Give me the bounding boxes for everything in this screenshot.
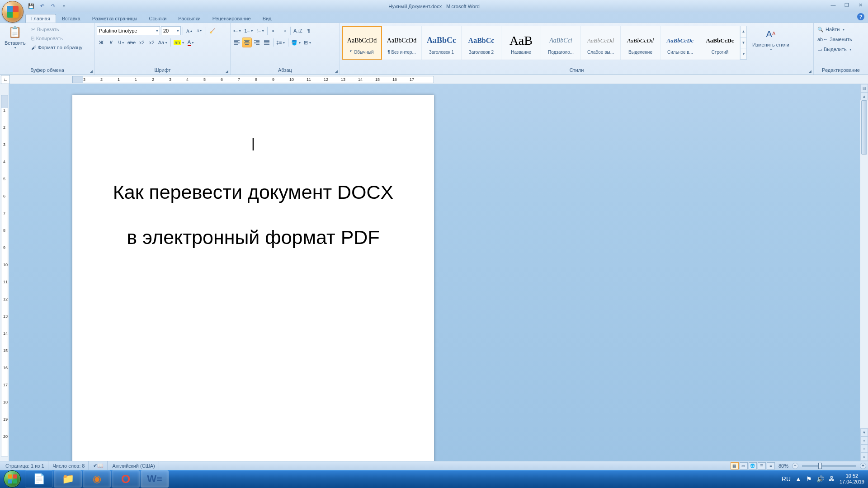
style-item-4[interactable]: АаВНазвание [501, 26, 541, 60]
tab-view[interactable]: Вид [257, 14, 278, 23]
office-button[interactable] [2, 1, 24, 23]
italic-button[interactable]: К [107, 38, 116, 47]
numbering-button[interactable]: 1≡▼ [243, 26, 254, 35]
paste-button[interactable]: 📋 Вставить ▼ [2, 24, 28, 51]
style-item-1[interactable]: AaBbCcDd¶ Без интер... [382, 26, 422, 60]
tab-mailings[interactable]: Рассылки [172, 14, 206, 23]
horizontal-ruler[interactable]: ∟ 3211234567891011121314151617 [0, 75, 868, 84]
style-item-5[interactable]: AaBbCciПодзаголо... [541, 26, 581, 60]
cut-button[interactable]: ✂Вырезать [29, 25, 85, 34]
status-language[interactable]: Английский (США) [108, 461, 159, 470]
tray-network-icon[interactable]: 🖧 [829, 475, 835, 483]
prev-page-button[interactable]: « [860, 436, 868, 445]
style-item-9[interactable]: AaBbCcDcСтрогий [700, 26, 740, 60]
decrease-indent-button[interactable]: ⇤ [269, 26, 278, 35]
task-explorer[interactable]: 📁 [54, 470, 82, 488]
font-launcher[interactable]: ◢ [224, 69, 229, 74]
restore-button[interactable]: ❐ [841, 1, 853, 9]
scroll-down-button[interactable]: ▼ [860, 428, 868, 436]
find-button[interactable]: 🔍Найти▼ [816, 25, 847, 34]
clear-formatting-button[interactable]: 🧹 [208, 26, 217, 35]
font-color-button[interactable]: A▼ [186, 38, 195, 47]
justify-button[interactable] [262, 38, 271, 47]
styles-launcher[interactable]: ◢ [807, 69, 812, 74]
bold-button[interactable]: Ж [97, 38, 106, 47]
format-painter-button[interactable]: 🖌Формат по образцу [29, 43, 85, 52]
bullets-button[interactable]: •≡▼ [232, 26, 242, 35]
zoom-in-button[interactable]: + [860, 463, 866, 469]
view-outline[interactable]: ≣ [758, 462, 766, 469]
view-print-layout[interactable]: ▦ [731, 462, 739, 469]
tray-clock[interactable]: 10:52 17.04.2019 [840, 473, 864, 485]
style-item-8[interactable]: AaBbCcDcСильное в... [660, 26, 700, 60]
task-opera[interactable]: O [112, 470, 140, 488]
view-full-screen[interactable]: ▭ [740, 462, 748, 469]
scroll-thumb[interactable] [861, 100, 867, 155]
increase-indent-button[interactable]: ⇥ [279, 26, 288, 35]
shrink-font-button[interactable]: A▼ [195, 26, 204, 35]
replace-button[interactable]: ab↔Заменить [816, 35, 854, 44]
qat-customize-icon[interactable]: ▼ [60, 2, 68, 10]
page[interactable]: | Как перевести документ DOCX в электрон… [72, 95, 434, 461]
tab-page-layout[interactable]: Разметка страницы [86, 14, 143, 23]
browse-object-button[interactable]: ○ [860, 445, 868, 453]
align-center-button[interactable] [242, 38, 251, 47]
show-marks-button[interactable]: ¶ [304, 26, 313, 35]
close-button[interactable]: ✕ [854, 1, 866, 9]
styles-scroll-up[interactable]: ▲ [741, 26, 746, 38]
tab-review[interactable]: Рецензирование [207, 14, 257, 23]
scroll-up-button[interactable]: ▲ [860, 92, 868, 100]
sort-button[interactable]: A↓Z [292, 26, 303, 35]
task-notepad[interactable]: 📄 [25, 470, 53, 488]
align-right-button[interactable] [252, 38, 261, 47]
scroll-track[interactable] [860, 100, 868, 428]
copy-button[interactable]: ⎘Копировать [29, 34, 85, 43]
shading-button[interactable]: 🪣▼ [290, 38, 302, 47]
styles-scroll-down[interactable]: ▼ [741, 38, 746, 49]
minimize-button[interactable]: ― [827, 1, 839, 9]
save-icon[interactable]: 💾 [27, 2, 35, 10]
style-item-2[interactable]: AaBbCcЗаголовок 1 [422, 26, 462, 60]
tray-flag-icon[interactable]: ⚑ [806, 475, 812, 483]
status-proofing[interactable]: ✔📖 [90, 461, 108, 470]
tab-insert[interactable]: Вставка [56, 14, 86, 23]
zoom-level[interactable]: 80% [778, 463, 788, 469]
strikethrough-button[interactable]: abc [127, 38, 137, 47]
font-size-combo[interactable]: ▼ [161, 26, 181, 35]
tab-home[interactable]: Главная [25, 14, 56, 23]
grow-font-button[interactable]: A▲ [185, 26, 194, 35]
status-page[interactable]: Страница: 1 из 1 [2, 461, 48, 470]
vertical-scrollbar[interactable]: ▤ ▲ ▼ « ○ » [860, 84, 868, 461]
select-button[interactable]: ▭Выделить▼ [816, 45, 854, 54]
align-left-button[interactable] [232, 38, 241, 47]
change-styles-button[interactable]: AA Изменить стили ▼ [750, 26, 792, 53]
tray-show-hidden-icon[interactable]: ▲ [795, 475, 802, 483]
style-item-0[interactable]: AaBbCcDd¶ Обычный [342, 26, 382, 60]
styles-expand[interactable]: ▾ [741, 48, 746, 60]
subscript-button[interactable]: x2 [137, 38, 146, 47]
start-button[interactable] [0, 470, 24, 488]
line-spacing-button[interactable]: ‡≡▼ [275, 38, 286, 47]
doc-heading-line2[interactable]: в электронный формат PDF [97, 224, 409, 251]
tray-volume-icon[interactable]: 🔊 [816, 475, 824, 483]
style-item-3[interactable]: AaBbCcЗаголовок 2 [462, 26, 501, 60]
highlight-button[interactable]: ab▼ [173, 38, 185, 47]
tab-selector[interactable]: ∟ [1, 75, 10, 84]
tab-references[interactable]: Ссылки [143, 14, 173, 23]
paragraph-launcher[interactable]: ◢ [333, 69, 339, 74]
vertical-ruler[interactable]: 1234567891011121314151617181920 [0, 84, 9, 461]
next-page-button[interactable]: » [860, 453, 868, 461]
multilevel-list-button[interactable]: ⁝≡▼ [255, 26, 265, 35]
doc-heading-line1[interactable]: Как перевести документ DOCX [97, 178, 409, 206]
document-area[interactable]: | Как перевести документ DOCX в электрон… [9, 84, 860, 461]
font-name-combo[interactable]: ▼ [97, 26, 160, 35]
view-web-layout[interactable]: 🌐 [749, 462, 757, 469]
borders-button[interactable]: ⊞▼ [303, 38, 312, 47]
ruler-toggle[interactable]: ▤ [860, 84, 868, 92]
help-icon[interactable]: ? [857, 13, 864, 20]
redo-icon[interactable]: ↷ [49, 2, 57, 10]
superscript-button[interactable]: x2 [147, 38, 156, 47]
undo-icon[interactable]: ↶ [38, 2, 46, 10]
clipboard-launcher[interactable]: ◢ [88, 69, 94, 74]
task-word[interactable]: W≡ [141, 470, 169, 488]
